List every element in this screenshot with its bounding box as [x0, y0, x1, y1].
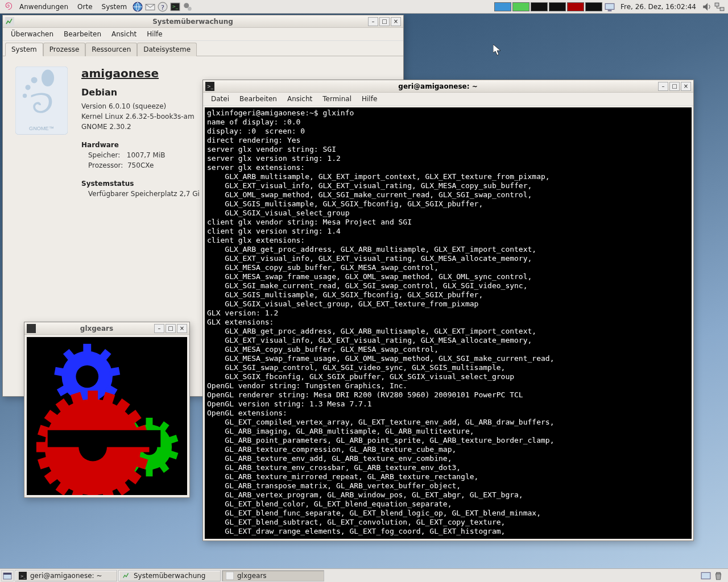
mail-icon[interactable] [145, 2, 155, 12]
cpu-label: Prozessor: [88, 161, 123, 169]
monitor-applet-icon[interactable] [605, 2, 615, 12]
tray-icon[interactable] [701, 571, 711, 581]
sysmon-app-icon [5, 17, 14, 26]
svg-rect-9 [608, 10, 612, 11]
task-sysmon[interactable]: Systemüberwachung [118, 570, 221, 581]
menu-ueberwachen[interactable]: Überwachen [6, 29, 58, 39]
svg-text:>_: >_ [20, 573, 26, 578]
launcher-settings-icon[interactable] [183, 2, 193, 12]
kernel-line: Kernel Linux 2.6.32-5-book3s-am [81, 113, 200, 120]
tab-filesystems[interactable]: Dateisysteme [137, 43, 197, 56]
help-icon[interactable]: ? [158, 2, 168, 12]
svg-rect-13 [15, 66, 68, 135]
workspace-switcher[interactable] [494, 2, 602, 11]
task-terminal[interactable]: >_ geri@amigaonese: ~ [15, 570, 117, 581]
maximize-button[interactable]: □ [166, 324, 176, 333]
browser-icon[interactable] [133, 2, 143, 12]
gnome-line: GNOME 2.30.2 [81, 123, 200, 131]
close-button[interactable]: × [391, 17, 401, 26]
terminal-title: geri@amigaonese: ~ [218, 82, 658, 90]
tab-resources[interactable]: Ressourcen [85, 43, 137, 56]
svg-rect-36 [122, 572, 130, 580]
menu-bearbeiten[interactable]: Bearbeiten [59, 29, 106, 39]
menu-ansicht[interactable]: Ansicht [283, 94, 317, 104]
menu-places[interactable]: Orte [74, 2, 96, 12]
terminal-menubar: Datei Bearbeiten Ansicht Terminal Hilfe [203, 93, 693, 106]
launcher-terminal-icon[interactable]: >_ [170, 2, 180, 12]
svg-text:GNOME™: GNOME™ [29, 126, 54, 131]
workspace-6[interactable] [585, 2, 602, 11]
terminal-output[interactable]: glxinfogeri@amigaonese:~$ glxinfo name o… [205, 107, 692, 539]
terminal-titlebar[interactable]: >_ geri@amigaonese: ~ – □ × [203, 80, 693, 93]
hostname-heading: amigaonese [81, 66, 200, 80]
clock[interactable]: Fre, 26. Dez, 16:02:44 [617, 3, 700, 11]
network-icon[interactable] [714, 2, 725, 12]
workspace-3[interactable] [531, 2, 548, 11]
svg-rect-12 [5, 17, 14, 26]
workspace-4[interactable] [549, 2, 566, 11]
maximize-button[interactable]: □ [669, 82, 680, 91]
sysmon-menubar: Überwachen Bearbeiten Ansicht Hilfe [3, 28, 403, 41]
close-button[interactable]: × [681, 82, 691, 91]
svg-text:>_: >_ [172, 4, 179, 9]
gnome-logo-icon: GNOME™ [15, 66, 68, 200]
menu-bearbeiten[interactable]: Bearbeiten [235, 94, 282, 104]
menu-hilfe[interactable]: Hilfe [142, 29, 167, 39]
show-desktop-button[interactable] [1, 570, 14, 581]
svg-rect-38 [701, 572, 710, 579]
debian-swirl-icon [3, 2, 14, 12]
svg-point-14 [42, 70, 54, 86]
workspace-5[interactable] [567, 2, 584, 11]
version-line: Version 6.0.10 (squeeze) [81, 102, 200, 110]
svg-rect-22 [146, 418, 153, 427]
svg-text:>_: >_ [207, 84, 214, 89]
maximize-button[interactable]: □ [379, 17, 390, 26]
minimize-button[interactable]: – [154, 324, 164, 333]
tab-processes[interactable]: Prozesse [43, 43, 86, 56]
glxgears-window: glxgears – □ × [24, 322, 190, 498]
svg-rect-29 [48, 430, 161, 447]
glxgears-title: glxgears [39, 325, 154, 332]
tab-system[interactable]: System [5, 43, 43, 56]
disk-line: Verfügbarer Speicherplatz 2,7 Gi [88, 190, 200, 198]
svg-point-7 [188, 7, 192, 11]
workspace-2[interactable] [512, 2, 530, 11]
terminal-window: >_ geri@amigaonese: ~ – □ × Datei Bearbe… [202, 80, 694, 541]
bottom-panel: >_ geri@amigaonese: ~ Systemüberwachung … [0, 568, 728, 582]
svg-rect-8 [605, 3, 614, 9]
sysmon-titlebar[interactable]: Systemüberwachung – □ × [3, 15, 403, 28]
svg-point-15 [31, 77, 38, 83]
svg-rect-25 [83, 344, 91, 354]
svg-rect-28 [88, 390, 98, 403]
svg-point-6 [184, 3, 189, 8]
hardware-header: Hardware [81, 141, 200, 149]
svg-text:?: ? [161, 3, 164, 11]
mouse-cursor-icon [493, 44, 501, 57]
distro-heading: Debian [81, 87, 200, 98]
volume-icon[interactable] [702, 2, 712, 12]
mem-label: Speicher: [88, 151, 120, 159]
menu-terminal[interactable]: Terminal [318, 94, 356, 104]
svg-rect-37 [226, 572, 234, 580]
menu-datei[interactable]: Datei [206, 94, 234, 104]
status-header: Systemstatus [81, 180, 200, 188]
trash-icon[interactable] [713, 571, 723, 581]
mem-value: 1007,7 MiB [127, 151, 166, 159]
menu-applications[interactable]: Anwendungen [16, 2, 72, 12]
minimize-button[interactable]: – [658, 82, 668, 91]
task-glxgears[interactable]: glxgears [222, 570, 324, 581]
workspace-1[interactable] [494, 2, 511, 11]
menu-system[interactable]: System [98, 2, 131, 12]
svg-point-24 [76, 365, 98, 388]
svg-point-16 [25, 85, 30, 90]
menu-hilfe[interactable]: Hilfe [357, 94, 382, 104]
glxgears-titlebar[interactable]: glxgears – □ × [24, 322, 189, 335]
task-label: Systemüberwachung [134, 572, 206, 580]
glxgears-canvas [27, 337, 187, 495]
menu-ansicht[interactable]: Ansicht [107, 29, 141, 39]
close-button[interactable]: × [177, 324, 187, 333]
minimize-button[interactable]: – [368, 17, 378, 26]
svg-rect-33 [3, 573, 11, 575]
sysmon-title: Systemüberwachung [18, 18, 368, 26]
svg-rect-19 [27, 324, 36, 333]
